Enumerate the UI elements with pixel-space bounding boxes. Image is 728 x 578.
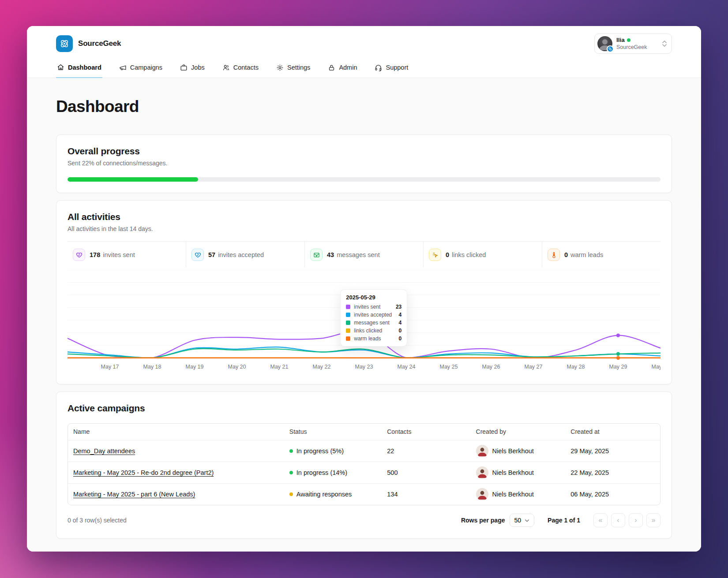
nav-item-settings[interactable]: Settings — [275, 60, 311, 78]
progress-fill — [68, 177, 198, 182]
main-nav: Dashboard Campaigns Jobs Contacts Settin… — [56, 60, 672, 78]
nav-item-contacts[interactable]: Contacts — [221, 60, 259, 78]
campaign-link[interactable]: Marketing - May 2025 - Re-do 2nd degree … — [73, 469, 214, 476]
prev-page-button[interactable]: ‹ — [611, 513, 625, 527]
first-page-button[interactable]: « — [593, 513, 608, 527]
desktop-background: SourceGeek — [0, 0, 728, 578]
nav-item-label: Dashboard — [68, 64, 101, 71]
status-text: In progress (14%) — [296, 469, 347, 476]
x-axis-label: May 19 — [186, 364, 204, 370]
heart-check-icon — [191, 249, 204, 261]
x-axis-label: May 27 — [525, 364, 543, 370]
creator-avatar — [476, 488, 488, 500]
nav-item-admin[interactable]: Admin — [327, 60, 358, 78]
col-name: Name — [68, 424, 284, 440]
activity-chart[interactable]: May 17May 18May 19May 20May 21May 22May … — [68, 270, 660, 373]
app-brand: SourceGeek — [56, 35, 121, 52]
x-axis-label: May 25 — [440, 364, 458, 370]
card-subtitle: All activities in the last 14 days. — [68, 225, 660, 232]
page-content: Dashboard Overall progress Sent 22% of c… — [27, 78, 701, 552]
x-axis-label: May 21 — [270, 364, 289, 370]
page-info: Page 1 of 1 — [548, 517, 580, 524]
activity-stats-row: 178 invites sent 57 invites accepted — [68, 241, 660, 267]
sourcegeek-badge-icon — [607, 45, 614, 52]
card-title: Overall progress — [68, 146, 660, 157]
x-axis-label: May 24 — [398, 364, 416, 370]
stat-label: links clicked — [452, 251, 486, 258]
status-dot — [289, 471, 293, 474]
gear-icon — [276, 64, 284, 71]
x-axis-label: May 29 — [609, 364, 627, 370]
chevron-up-down-icon — [662, 41, 667, 47]
rows-per-page-value: 50 — [514, 517, 522, 524]
stat-value: 178 — [90, 251, 100, 258]
x-axis-label: May 22 — [313, 364, 331, 370]
app-header: SourceGeek — [27, 26, 701, 78]
col-created-at: Created at — [565, 424, 660, 440]
nav-item-dashboard[interactable]: Dashboard — [56, 60, 102, 78]
x-axis-label: May 23 — [355, 364, 373, 370]
stat-value: 43 — [327, 251, 334, 258]
nav-item-label: Jobs — [191, 64, 205, 71]
tooltip-row: warm leads 0 — [346, 336, 402, 342]
col-status: Status — [284, 424, 382, 440]
nav-item-label: Campaigns — [130, 64, 162, 71]
table-footer: 0 of 3 row(s) selected Rows per page 50 … — [68, 513, 660, 527]
mail-check-icon — [310, 249, 323, 261]
created-at: 29 May, 2025 — [565, 440, 660, 462]
briefcase-icon — [180, 64, 188, 71]
next-page-button[interactable]: › — [629, 513, 643, 527]
creator-name: Niels Berkhout — [492, 469, 534, 476]
user-name: Ilia — [616, 37, 625, 44]
creator-avatar — [476, 466, 488, 479]
user-org: SourceGeek — [616, 44, 658, 51]
stat-invites-accepted: 57 invites accepted — [186, 242, 304, 267]
x-axis-label: May 18 — [143, 364, 161, 370]
chart-tooltip: 2025-05-29 invites sent 23 invites accep… — [340, 289, 407, 347]
stat-label: messages sent — [337, 251, 380, 258]
app-window: SourceGeek — [27, 26, 701, 552]
status-dot — [289, 492, 293, 496]
card-subtitle: Sent 22% of connections/messages. — [68, 160, 660, 167]
page-title: Dashboard — [56, 78, 672, 116]
creator-name: Niels Berkhout — [492, 491, 534, 498]
series-swatch — [346, 305, 350, 309]
user-menu-button[interactable]: Ilia SourceGeek — [594, 34, 672, 54]
tooltip-row: messages sent 4 — [346, 320, 402, 326]
stat-links-clicked: 0 links clicked — [423, 242, 542, 267]
nav-item-support[interactable]: Support — [374, 60, 409, 78]
campaign-link[interactable]: Demo_Day attendees — [73, 447, 135, 455]
nav-item-campaigns[interactable]: Campaigns — [118, 60, 163, 78]
x-axis-label: May 17 — [101, 364, 119, 370]
tooltip-row: invites accepted 4 — [346, 312, 402, 318]
campaign-link[interactable]: Marketing - May 2025 - part 6 (New Leads… — [73, 491, 195, 498]
user-meta: Ilia SourceGeek — [616, 37, 658, 51]
created-at: 06 May, 2025 — [565, 484, 660, 505]
all-activities-card: All activities All activities in the las… — [56, 200, 672, 384]
online-status-dot — [627, 38, 630, 42]
table-row[interactable]: Demo_Day attendees In progress (5%) 22 N… — [68, 440, 660, 462]
last-page-button[interactable]: » — [646, 513, 660, 527]
nav-item-jobs[interactable]: Jobs — [179, 60, 206, 78]
rows-per-page-label: Rows per page — [461, 517, 505, 524]
series-swatch — [346, 328, 350, 333]
creator-avatar — [476, 445, 488, 457]
table-row[interactable]: Marketing - May 2025 - part 6 (New Leads… — [68, 484, 660, 505]
home-icon — [57, 63, 64, 71]
created-at: 22 May, 2025 — [565, 462, 660, 484]
col-created-by: Created by — [471, 424, 566, 440]
stat-value: 0 — [564, 251, 568, 258]
rows-per-page-select[interactable]: 50 — [510, 514, 535, 527]
tooltip-row: invites sent 23 — [346, 304, 402, 310]
headset-icon — [375, 64, 382, 71]
series-swatch — [346, 321, 350, 325]
x-axis-label: May 26 — [482, 364, 500, 370]
table-row[interactable]: Marketing - May 2025 - Re-do 2nd degree … — [68, 462, 660, 484]
campaigns-table: Name Status Contacts Created by Created … — [68, 423, 660, 506]
card-title: Active campaigns — [68, 403, 660, 414]
status-dot — [289, 449, 293, 453]
tooltip-date: 2025-05-29 — [346, 294, 402, 301]
user-avatar — [597, 36, 612, 51]
status-text: In progress (5%) — [296, 447, 344, 455]
nav-item-label: Support — [386, 64, 408, 71]
